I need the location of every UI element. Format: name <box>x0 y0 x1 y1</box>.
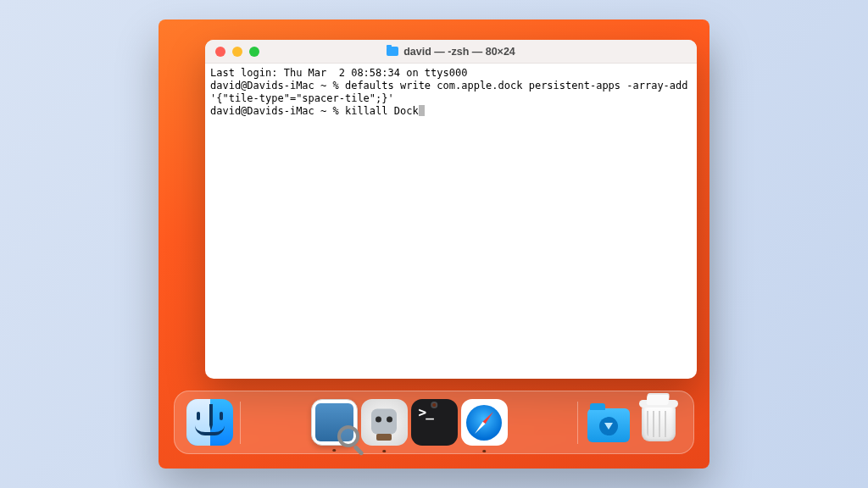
dock-app-automator[interactable] <box>361 399 408 446</box>
dock-trash[interactable] <box>635 399 682 446</box>
folder-icon <box>387 47 398 56</box>
dock-separator <box>577 402 578 444</box>
terminal-body[interactable]: Last login: Thu Mar 2 08:58:34 on ttys00… <box>205 64 697 379</box>
cursor-icon <box>419 105 425 116</box>
dock-app-safari[interactable] <box>461 399 508 446</box>
dock-app-finder[interactable] <box>186 399 233 446</box>
terminal-cmd2: killall Dock <box>345 105 419 117</box>
terminal-prompt: david@Davids-iMac ~ % <box>210 105 345 117</box>
window-title-text: david — -zsh — 80×24 <box>403 46 515 58</box>
dock <box>174 391 694 454</box>
traffic-lights <box>215 47 259 57</box>
dock-app-preview[interactable] <box>311 399 358 446</box>
maximize-icon[interactable] <box>249 47 259 57</box>
close-icon[interactable] <box>215 47 225 57</box>
dock-app-terminal[interactable] <box>411 399 458 446</box>
terminal-window: david — -zsh — 80×24 Last login: Thu Mar… <box>205 40 697 379</box>
terminal-line-login: Last login: Thu Mar 2 08:58:34 on ttys00… <box>210 67 467 79</box>
window-titlebar[interactable]: david — -zsh — 80×24 <box>205 40 697 64</box>
terminal-line-cmd1: david@Davids-iMac ~ % defaults write com… <box>210 80 694 104</box>
desktop-wallpaper: david — -zsh — 80×24 Last login: Thu Mar… <box>159 19 709 469</box>
dock-separator <box>240 402 241 444</box>
window-title: david — -zsh — 80×24 <box>205 46 697 58</box>
minimize-icon[interactable] <box>232 47 242 57</box>
dock-downloads[interactable] <box>585 399 632 446</box>
